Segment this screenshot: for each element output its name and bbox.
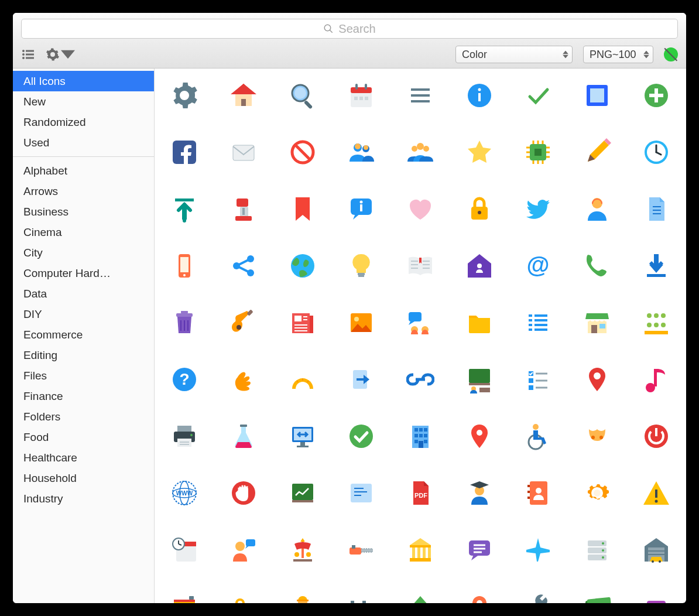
icon-search[interactable] (285, 79, 320, 111)
icon-map-marker[interactable] (580, 363, 615, 395)
icon-breasts[interactable] (580, 420, 615, 452)
icon-printer[interactable] (167, 420, 202, 452)
icon-chalkboard-chart[interactable] (285, 477, 320, 509)
icon-list[interactable] (521, 306, 556, 338)
icon-at-sign[interactable]: @ (521, 249, 556, 282)
sidebar-item-city[interactable]: City (13, 242, 154, 263)
icon-group-large[interactable] (403, 136, 438, 168)
icon-add[interactable] (639, 79, 673, 111)
icon-server[interactable] (580, 533, 615, 566)
icon-office[interactable] (403, 420, 438, 452)
icon-picture[interactable] (344, 306, 379, 338)
icon-worker[interactable] (285, 590, 320, 603)
icon-carousel[interactable] (285, 533, 320, 566)
sidebar-item-diy[interactable]: DIY (13, 304, 154, 324)
sidebar-item-new[interactable]: New (13, 91, 154, 112)
sidebar-item-randomized[interactable]: Randomized (13, 112, 154, 132)
icon-mixer[interactable] (227, 193, 261, 225)
sidebar-item-arrows[interactable]: Arrows (13, 181, 154, 201)
icon-link[interactable] (403, 363, 438, 395)
icon-download[interactable] (639, 249, 673, 282)
icon-applause[interactable] (227, 363, 261, 395)
icon-share[interactable] (227, 249, 261, 282)
icon-phone[interactable] (167, 249, 202, 282)
icon-power[interactable] (639, 420, 673, 452)
format-dropdown[interactable]: PNG~100 (583, 46, 653, 63)
icon-protractor[interactable] (285, 363, 320, 395)
icon-idea[interactable] (344, 249, 379, 282)
icon-music[interactable] (639, 363, 673, 395)
sidebar-item-used[interactable]: Used (13, 132, 154, 153)
sidebar-item-business[interactable]: Business (13, 201, 154, 222)
list-view-button[interactable] (21, 47, 35, 61)
icon-news[interactable] (285, 306, 320, 338)
icon-settings[interactable] (167, 79, 202, 111)
sidebar-item-finance[interactable]: Finance (13, 386, 154, 406)
search-input[interactable]: Search (21, 19, 678, 39)
icon-pencil[interactable] (580, 136, 615, 168)
icon-frame[interactable] (580, 79, 615, 111)
icon-document[interactable] (639, 193, 673, 225)
icon-airplane[interactable] (521, 533, 556, 566)
icon-lock[interactable] (462, 193, 496, 225)
icon-display-settings[interactable] (285, 420, 320, 452)
icon-contacts-book[interactable] (521, 477, 556, 509)
icon-info[interactable] (462, 79, 496, 111)
icon-user-chat[interactable] (227, 533, 261, 566)
icon-ok[interactable] (344, 420, 379, 452)
icon-classroom[interactable] (462, 363, 496, 395)
icon-mail[interactable] (227, 136, 261, 168)
style-dropdown[interactable]: Color (455, 46, 573, 63)
icon-up-arrow[interactable] (403, 590, 438, 603)
icon-commute[interactable] (403, 306, 438, 338)
icon-caliper[interactable] (344, 590, 379, 603)
icon-open-book[interactable] (403, 249, 438, 282)
icon-no-entry[interactable] (285, 136, 320, 168)
icon-geo-pin[interactable] (462, 590, 496, 603)
icon-conference[interactable] (639, 306, 673, 338)
sidebar-item-food[interactable]: Food (13, 427, 154, 447)
icon-warning[interactable] (639, 477, 673, 509)
icon-checkmark[interactable] (521, 79, 556, 111)
icon-right-arrow[interactable] (344, 363, 379, 395)
sidebar-item-computer-hard-[interactable]: Computer Hard… (13, 263, 154, 283)
icon-money[interactable]: $ (580, 590, 615, 603)
icon-clock[interactable] (639, 136, 673, 168)
icon-user[interactable] (580, 193, 615, 225)
sidebar-item-household[interactable]: Household (13, 468, 154, 488)
icon-pdf[interactable]: PDF (403, 477, 438, 509)
icon-globe[interactable] (285, 249, 320, 282)
icon-sofa[interactable] (639, 590, 673, 603)
icon-government[interactable] (403, 533, 438, 566)
sidebar-item-healthcare[interactable]: Healthcare (13, 447, 154, 468)
recolor-button[interactable] (664, 47, 678, 61)
icon-star[interactable] (462, 136, 496, 168)
icon-trash[interactable] (167, 306, 202, 338)
sidebar-item-industry[interactable]: Industry (13, 488, 154, 509)
icon-chat[interactable] (462, 533, 496, 566)
icon-shop[interactable] (580, 306, 615, 338)
icon-facebook[interactable] (167, 136, 202, 168)
icon-todo-list[interactable] (521, 363, 556, 395)
icon-folder[interactable] (462, 306, 496, 338)
icon-calendar[interactable] (344, 79, 379, 111)
icon-schedule[interactable] (167, 533, 202, 566)
icon-www[interactable]: WWW (167, 477, 202, 509)
sidebar-item-alphabet[interactable]: Alphabet (13, 160, 154, 181)
icon-camera-retro[interactable] (167, 590, 202, 603)
icon-wrench[interactable] (521, 590, 556, 603)
sidebar-item-folders[interactable]: Folders (13, 406, 154, 427)
icon-settings-gears[interactable] (227, 590, 261, 603)
icon-twitter[interactable] (521, 193, 556, 225)
icon-help[interactable]: ? (167, 363, 202, 395)
icon-upload[interactable] (167, 193, 202, 225)
icon-gear-config[interactable] (580, 477, 615, 509)
icon-wheelchair[interactable] (521, 420, 556, 452)
sidebar-item-data[interactable]: Data (13, 283, 154, 304)
icon-group-small[interactable] (344, 136, 379, 168)
icon-flask[interactable] (227, 420, 261, 452)
sidebar-item-editing[interactable]: Editing (13, 345, 154, 365)
icon-heart[interactable] (403, 193, 438, 225)
sidebar-item-files[interactable]: Files (13, 365, 154, 386)
icon-pin[interactable] (462, 420, 496, 452)
